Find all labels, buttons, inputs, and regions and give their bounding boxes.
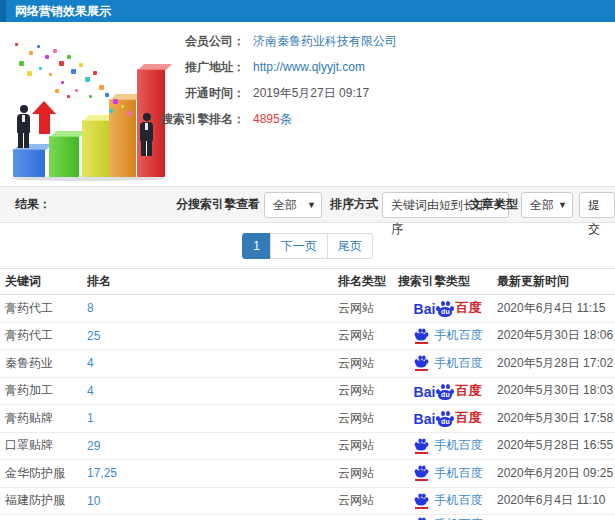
- engine-cell: 手机百度: [398, 327, 497, 344]
- baidu-pc-logo: Baidu百度: [414, 409, 482, 427]
- engine-rank-unit: 条: [280, 112, 292, 126]
- baidu-paw-icon: [414, 466, 428, 478]
- promo-url-row: 推广地址： http://www.qlyyjt.com: [160, 59, 397, 75]
- engine-cell: Baidu百度: [398, 299, 497, 317]
- rank-link[interactable]: 25: [87, 329, 100, 343]
- rank-cell: 8: [87, 301, 338, 315]
- baidu-paw-icon: [414, 328, 428, 340]
- header-updated-time: 最新更新时间: [497, 273, 615, 290]
- results-table: 关键词 排名 排名类型 搜索引擎类型 最新更新时间 膏药代工8云网站Baidu百…: [0, 268, 615, 520]
- member-info-panel: 会员公司： 济南秦鲁药业科技有限公司 推广地址： http://www.qlyy…: [160, 33, 397, 137]
- engine-rank-label: 搜索引擎排名：: [160, 111, 245, 128]
- table-row: 福建防护服10云网站手机百度2020年6月4日 11:10: [0, 488, 615, 516]
- open-time-value: 2019年5月27日 09:17: [253, 85, 369, 102]
- rank-type-cell: 云网站: [338, 382, 398, 399]
- table-row: 膏药代工8云网站Baidu百度2020年6月4日 11:15: [0, 295, 615, 323]
- updated-cell: 2020年5月28日 17:02: [497, 355, 615, 372]
- open-time-label: 开通时间：: [160, 85, 245, 102]
- header-rank-type: 排名类型: [338, 273, 398, 290]
- last-page-button[interactable]: 尾页: [327, 233, 373, 259]
- baidu-paw-icon: [414, 356, 428, 368]
- member-company-link[interactable]: 济南秦鲁药业科技有限公司: [253, 33, 397, 50]
- engine-cell: 手机百度: [398, 516, 497, 520]
- baidu-underline: [415, 342, 428, 344]
- baidu-cn-text: 百度: [455, 409, 481, 427]
- rank-cell: 10: [87, 494, 338, 508]
- chevron-down-icon: ▼: [558, 193, 567, 217]
- updated-cell: 2020年5月28日 16:55: [497, 437, 615, 454]
- keyword-cell: 膏药贴牌: [0, 410, 87, 427]
- baidu-bai-text: Bai: [414, 384, 436, 400]
- submit-button[interactable]: 提交: [579, 192, 615, 218]
- title-bar: 网络营销效果展示: [0, 0, 615, 22]
- rank-cell: 4: [87, 384, 338, 398]
- baidu-mobile-paw: [413, 438, 430, 454]
- member-company-row: 会员公司： 济南秦鲁药业科技有限公司: [160, 33, 397, 49]
- baidu-paw-icon: [414, 493, 428, 505]
- baidu-mobile-logo: 手机百度: [413, 437, 483, 454]
- baidu-mobile-logo: 手机百度: [413, 327, 483, 344]
- rank-type-cell: 云网站: [338, 355, 398, 372]
- baidu-mobile-logo: 手机百度: [413, 355, 483, 372]
- updated-cell: 2020年5月30日 18:06: [497, 327, 615, 344]
- table-row: 口罩贴牌29云网站手机百度2020年5月28日 16:55: [0, 433, 615, 461]
- baidu-mobile-logo: 手机百度: [413, 516, 483, 520]
- engine-cell: 手机百度: [398, 355, 497, 372]
- baidu-underline: [415, 479, 428, 481]
- article-type-select[interactable]: 全部 ▼: [521, 192, 573, 218]
- engine-cell: 手机百度: [398, 492, 497, 509]
- baidu-mobile-logo: 手机百度: [413, 492, 483, 509]
- businessman-right-icon: [140, 113, 153, 156]
- baidu-mobile-label: 手机百度: [435, 492, 483, 509]
- member-company-label: 会员公司：: [160, 33, 245, 50]
- page-1-button[interactable]: 1: [242, 233, 271, 259]
- baidu-mobile-paw: [413, 465, 430, 481]
- rank-link[interactable]: 29: [87, 439, 100, 453]
- baidu-mobile-label: 手机百度: [435, 327, 483, 344]
- table-row: 膏药代工25云网站手机百度2020年5月30日 18:06: [0, 323, 615, 351]
- rank-link[interactable]: 10: [87, 494, 100, 508]
- baidu-bai-text: Bai: [414, 301, 436, 317]
- result-label: 结果：: [15, 187, 51, 222]
- header-engine-type: 搜索引擎类型: [398, 273, 497, 290]
- filter-bar: 结果： 分搜索引擎查看 全部 ▼ 排序方式 关键词由短到长排序 ▼ 文章类型 全…: [0, 186, 615, 223]
- engine-view-select[interactable]: 全部 ▼: [264, 192, 322, 218]
- rank-type-cell: 云网站: [338, 300, 398, 317]
- baidu-mobile-label: 手机百度: [435, 516, 483, 520]
- header-keyword: 关键词: [0, 273, 87, 290]
- updated-cell: 2020年6月4日 11:10: [497, 492, 615, 509]
- table-row: 手机百度: [0, 515, 615, 520]
- table-row: 金华防护服17,25云网站手机百度2020年6月20日 09:25: [0, 460, 615, 488]
- engine-rank-row: 搜索引擎排名： 4895条: [160, 111, 397, 127]
- rank-cell: 1: [87, 411, 338, 425]
- pagination: 1 下一页 尾页: [0, 233, 615, 259]
- keyword-cell: 秦鲁药业: [0, 355, 87, 372]
- keyword-cell: 口罩贴牌: [0, 437, 87, 454]
- baidu-mobile-label: 手机百度: [435, 465, 483, 482]
- rank-type-cell: 云网站: [338, 437, 398, 454]
- growth-arrow-icon: [32, 101, 56, 135]
- rank-link[interactable]: 8: [87, 301, 94, 315]
- rank-cell: 25: [87, 329, 338, 343]
- updated-cell: 2020年5月30日 18:03: [497, 382, 615, 399]
- engine-rank-count: 4895: [253, 112, 280, 126]
- bar-chart-blue-bar: [13, 149, 45, 177]
- open-time-row: 开通时间： 2019年5月27日 09:17: [160, 85, 397, 101]
- baidu-bai-text: Bai: [414, 411, 436, 427]
- baidu-paw-icon: [414, 438, 428, 450]
- updated-cell: 2020年5月30日 17:58: [497, 410, 615, 427]
- rank-link[interactable]: 4: [87, 384, 94, 398]
- table-row: 膏药加工4云网站Baidu百度2020年5月30日 18:03: [0, 378, 615, 406]
- baidu-underline: [415, 452, 428, 454]
- engine-view-label: 分搜索引擎查看: [176, 187, 260, 222]
- next-page-button[interactable]: 下一页: [270, 233, 328, 259]
- page-title: 网络营销效果展示: [15, 0, 111, 22]
- promo-url-link[interactable]: http://www.qlyyjt.com: [253, 60, 365, 74]
- rank-cell: 29: [87, 439, 338, 453]
- rank-link[interactable]: 17,25: [87, 466, 117, 480]
- rank-link[interactable]: 4: [87, 356, 94, 370]
- baidu-cn-text: 百度: [455, 382, 481, 400]
- updated-cell: 2020年6月20日 09:25: [497, 465, 615, 482]
- rank-link[interactable]: 1: [87, 411, 94, 425]
- baidu-paw-icon: du: [436, 384, 454, 400]
